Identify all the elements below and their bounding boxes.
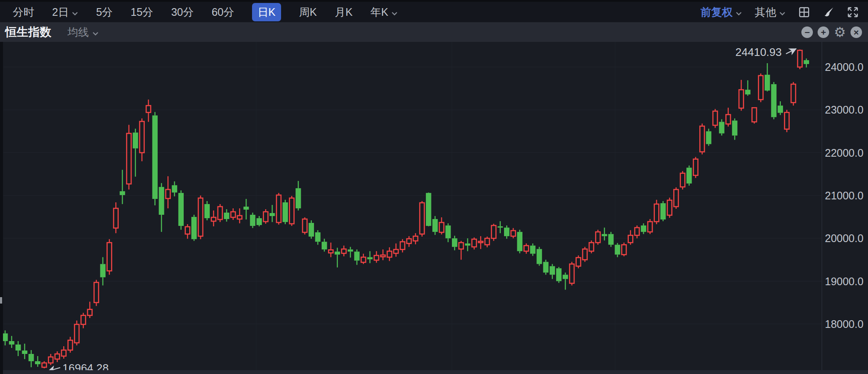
candle-up bbox=[589, 240, 594, 253]
period-toolbar: 分时2日5分15分30分60分日K周K月K年K 前复权其他 bbox=[0, 2, 868, 22]
high-annotation: 24410.93 bbox=[736, 46, 782, 58]
candle-up bbox=[276, 193, 281, 225]
tab-30min[interactable]: 30分 bbox=[171, 5, 194, 19]
candle-up bbox=[185, 224, 190, 239]
candle-up bbox=[68, 337, 73, 353]
chevron-down-icon bbox=[779, 6, 786, 18]
tab-yearly-k[interactable]: 年K bbox=[370, 5, 398, 19]
other-select[interactable]: 其他 bbox=[755, 5, 786, 19]
tab-15min-label: 15分 bbox=[131, 5, 153, 19]
candle-down bbox=[426, 193, 431, 226]
y-axis-label: 20000.0 bbox=[825, 232, 863, 244]
candle-down bbox=[504, 225, 510, 239]
candle-down bbox=[602, 228, 607, 240]
candle-down bbox=[452, 236, 457, 250]
candle-down bbox=[446, 223, 451, 242]
candle-up bbox=[387, 247, 392, 261]
candle-down bbox=[159, 183, 164, 232]
layout-grid-icon[interactable] bbox=[798, 6, 810, 18]
candle-up bbox=[798, 50, 802, 69]
candle-down bbox=[765, 63, 770, 91]
candle-up bbox=[114, 202, 118, 233]
candle-down bbox=[432, 216, 438, 235]
tab-60min[interactable]: 60分 bbox=[211, 5, 234, 19]
candle-down bbox=[732, 118, 738, 140]
tab-2day[interactable]: 2日 bbox=[52, 5, 78, 19]
chevron-down-icon bbox=[391, 6, 398, 18]
candle-down bbox=[296, 181, 301, 210]
period-tabs: 分时2日5分15分30分60分日K周K月K年K bbox=[0, 3, 398, 21]
tab-time-sharing-label: 分时 bbox=[13, 5, 34, 19]
candle-down bbox=[465, 238, 470, 251]
adjust-mode-select-label: 前复权 bbox=[701, 5, 733, 19]
candle-up bbox=[381, 249, 385, 260]
candle-down bbox=[315, 230, 321, 245]
candle-up bbox=[654, 200, 659, 224]
window-top-edge bbox=[0, 0, 868, 2]
tab-5min[interactable]: 5分 bbox=[96, 5, 113, 19]
tab-15min[interactable]: 15分 bbox=[131, 5, 153, 19]
candle-down bbox=[550, 264, 555, 279]
candle-down bbox=[120, 170, 125, 204]
symbol-title: 恒生指数 bbox=[5, 24, 51, 40]
candle-down bbox=[498, 221, 503, 233]
candle-up bbox=[491, 224, 496, 241]
close-icon[interactable]: × bbox=[850, 26, 862, 38]
candle-up bbox=[48, 354, 53, 365]
zoom-out-icon[interactable]: − bbox=[801, 26, 813, 38]
candle-down bbox=[745, 80, 751, 96]
candle-down bbox=[771, 82, 777, 119]
candle-up bbox=[400, 239, 405, 252]
fullscreen-icon[interactable] bbox=[847, 6, 859, 18]
candle-up bbox=[302, 217, 307, 234]
left-panel-handle[interactable] bbox=[0, 297, 2, 304]
candle-up bbox=[439, 217, 444, 234]
candle-up bbox=[569, 262, 574, 285]
tab-time-sharing[interactable]: 分时 bbox=[13, 5, 34, 19]
tab-daily-k[interactable]: 日K bbox=[252, 3, 281, 21]
tab-30min-label: 30分 bbox=[171, 5, 194, 19]
symbol-bar: 恒生指数 均线 −+⚙× bbox=[0, 22, 868, 42]
candle-up bbox=[328, 243, 333, 257]
candle-up bbox=[524, 243, 529, 254]
candle-down bbox=[322, 239, 327, 251]
candle-down bbox=[556, 267, 562, 283]
chevron-down-icon bbox=[92, 26, 99, 38]
tab-weekly-k[interactable]: 周K bbox=[299, 5, 317, 19]
tab-monthly-k-label: 月K bbox=[335, 5, 353, 19]
candle-down bbox=[660, 201, 666, 221]
candle-down bbox=[22, 344, 27, 359]
chart-canvas: 24000.023000.022000.021000.020000.019000… bbox=[0, 42, 868, 374]
candle-up bbox=[198, 196, 203, 239]
candlestick-chart[interactable]: 24000.023000.022000.021000.020000.019000… bbox=[0, 42, 868, 374]
time-axis-strip bbox=[0, 370, 868, 374]
candle-up bbox=[791, 82, 796, 105]
candle-up bbox=[700, 123, 704, 154]
candle-up bbox=[238, 208, 242, 223]
ma-select[interactable]: 均线 bbox=[67, 25, 99, 39]
zoom-in-icon[interactable]: + bbox=[818, 26, 829, 38]
candle-down bbox=[29, 350, 34, 367]
candle-up bbox=[785, 110, 789, 132]
chart-tool-icons: −+⚙× bbox=[801, 26, 868, 39]
candle-up bbox=[635, 225, 639, 238]
tab-monthly-k[interactable]: 月K bbox=[335, 5, 353, 19]
candle-up bbox=[693, 157, 698, 178]
candle-up bbox=[472, 237, 477, 249]
candle-up bbox=[622, 243, 626, 256]
candle-down bbox=[15, 341, 21, 356]
settings-gear-icon[interactable]: ⚙ bbox=[834, 26, 846, 39]
tab-60min-label: 60分 bbox=[211, 5, 234, 19]
brush-icon[interactable] bbox=[823, 6, 834, 18]
candle-down bbox=[334, 248, 340, 267]
adjust-mode-select[interactable]: 前复权 bbox=[701, 5, 742, 19]
toolbar-right: 前复权其他 bbox=[701, 5, 868, 19]
candle-up bbox=[713, 109, 718, 128]
candle-up bbox=[648, 219, 652, 234]
candle-up bbox=[231, 208, 235, 220]
candle-up bbox=[140, 118, 144, 161]
candle-down bbox=[3, 330, 8, 345]
candle-up bbox=[680, 171, 685, 190]
candle-down bbox=[270, 205, 275, 222]
candle-down bbox=[530, 243, 536, 256]
